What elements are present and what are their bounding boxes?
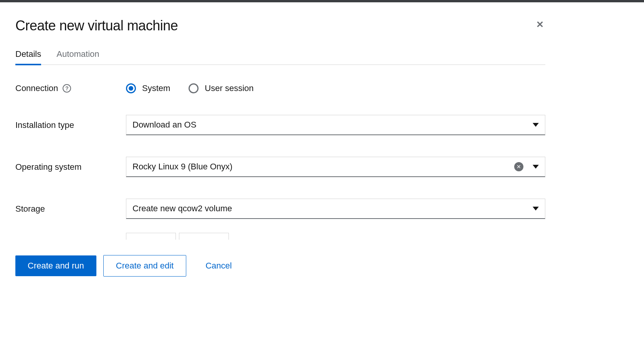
dialog-footer: Create and run Create and edit Cancel xyxy=(15,255,545,277)
tab-details[interactable]: Details xyxy=(15,45,41,65)
label-installation-type-text: Installation type xyxy=(15,120,74,130)
storage-value: Create new qcow2 volume xyxy=(132,204,526,214)
label-storage: Storage xyxy=(15,204,126,214)
close-icon[interactable]: ✕ xyxy=(535,18,545,31)
select-right-controls: ✕ xyxy=(514,162,539,171)
storage-control: Create new qcow2 volume xyxy=(126,199,545,219)
row-connection: Connection ? System User session xyxy=(15,83,545,93)
partial-input-2[interactable] xyxy=(179,233,229,240)
installation-type-select[interactable]: Download an OS xyxy=(126,115,545,135)
chevron-down-icon xyxy=(533,207,539,210)
label-connection: Connection ? xyxy=(15,83,126,93)
row-installation-type: Installation type Download an OS xyxy=(15,115,545,135)
operating-system-select[interactable]: Rocky Linux 9 (Blue Onyx) ✕ xyxy=(126,157,545,177)
create-and-edit-button[interactable]: Create and edit xyxy=(103,255,186,277)
label-operating-system: Operating system xyxy=(15,162,126,172)
create-and-run-button[interactable]: Create and run xyxy=(15,255,96,276)
label-installation-type: Installation type xyxy=(15,120,126,130)
radio-label-user: User session xyxy=(205,83,253,93)
label-operating-system-text: Operating system xyxy=(15,162,81,172)
help-icon[interactable]: ? xyxy=(63,84,71,93)
row-storage: Storage Create new qcow2 volume xyxy=(15,199,545,219)
operating-system-control: Rocky Linux 9 (Blue Onyx) ✕ xyxy=(126,157,545,177)
dialog-title: Create new virtual machine xyxy=(15,18,178,34)
partial-inputs-row xyxy=(126,233,545,240)
installation-type-value: Download an OS xyxy=(132,120,526,130)
clear-icon[interactable]: ✕ xyxy=(514,162,523,171)
installation-type-control: Download an OS xyxy=(126,115,545,135)
radio-dot xyxy=(129,86,133,91)
partial-input-1[interactable] xyxy=(126,233,176,240)
radio-circle-user xyxy=(189,83,199,93)
radio-circle-system xyxy=(126,83,136,93)
dialog-header: Create new virtual machine ✕ xyxy=(15,18,545,34)
operating-system-value: Rocky Linux 9 (Blue Onyx) xyxy=(132,162,508,172)
storage-select[interactable]: Create new qcow2 volume xyxy=(126,199,545,219)
tab-bar: Details Automation xyxy=(15,45,545,65)
tab-automation[interactable]: Automation xyxy=(56,45,99,65)
label-connection-text: Connection xyxy=(15,83,58,93)
chevron-down-icon xyxy=(533,123,539,127)
label-storage-text: Storage xyxy=(15,204,45,214)
row-operating-system: Operating system Rocky Linux 9 (Blue Ony… xyxy=(15,157,545,177)
radio-label-system: System xyxy=(142,83,170,93)
connection-radio-group: System User session xyxy=(126,83,545,93)
radio-user-session[interactable]: User session xyxy=(189,83,253,93)
create-vm-dialog: Create new virtual machine ✕ Details Aut… xyxy=(0,2,561,292)
radio-system[interactable]: System xyxy=(126,83,170,93)
cancel-button[interactable]: Cancel xyxy=(193,255,244,276)
chevron-down-icon xyxy=(533,165,539,169)
